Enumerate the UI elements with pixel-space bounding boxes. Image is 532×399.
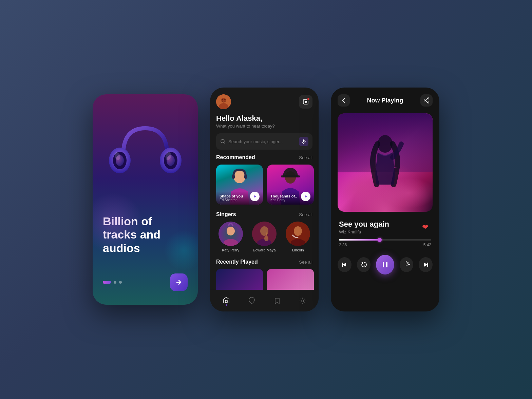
share-button[interactable] [420, 94, 433, 107]
now-playing-header: Now Playing [331, 88, 439, 111]
nav-favorites[interactable] [244, 294, 260, 307]
next-button[interactable] [170, 273, 188, 291]
back-button[interactable] [338, 94, 350, 107]
notification-button[interactable] [299, 95, 312, 109]
recently-played-row [216, 269, 312, 290]
progress-bar[interactable] [339, 239, 431, 241]
home-header [216, 94, 312, 109]
svg-text:10: 10 [363, 264, 365, 266]
greeting-text: Hello Alaska, What you want to hear toda… [216, 114, 312, 129]
svg-marker-39 [343, 263, 346, 267]
progress-fill [339, 239, 380, 241]
svg-rect-40 [342, 263, 343, 267]
singers-row: Katy Perry Edward Maya [216, 222, 312, 252]
progress-times: 2:36 5:42 [339, 243, 431, 247]
dot-active [103, 281, 111, 284]
recently-see-all[interactable]: See all [299, 260, 312, 265]
svg-rect-20 [244, 175, 247, 179]
home-screen: Hello Alaska, What you want to hear toda… [210, 88, 319, 311]
recently-label: Recently Played [216, 259, 258, 265]
now-playing-title: Now Playing [367, 97, 403, 104]
forward-10-button[interactable]: 10 [400, 257, 414, 272]
nav-library[interactable] [269, 294, 285, 307]
recently-card-1[interactable] [216, 269, 263, 290]
rec-card-1[interactable]: Shape of you Ed Sheeran [216, 165, 263, 205]
rec-card-2[interactable]: Thousands of.. Kati Perry [267, 165, 314, 205]
nav-settings[interactable] [295, 294, 310, 307]
svg-text:10: 10 [405, 264, 407, 266]
svg-marker-24 [305, 195, 307, 198]
person-silhouette [365, 134, 405, 195]
svg-rect-16 [303, 139, 305, 142]
svg-rect-14 [305, 101, 307, 103]
user-avatar[interactable] [216, 94, 231, 109]
svg-marker-41 [361, 262, 363, 264]
current-time: 2:36 [339, 243, 347, 247]
pagination-dots [103, 281, 122, 284]
splash-bottom-controls [103, 273, 188, 291]
svg-rect-44 [386, 262, 387, 267]
track-name: See you again [339, 220, 389, 229]
play-pause-button[interactable] [376, 255, 394, 274]
singer-2-avatar [252, 222, 277, 246]
gear-icon [299, 297, 306, 305]
search-input[interactable] [228, 139, 296, 144]
splash-screen: Billion of tracks and audios [93, 94, 198, 305]
singers-see-all[interactable]: See all [299, 212, 312, 217]
prev-button[interactable] [338, 257, 352, 272]
recently-card-2[interactable] [267, 269, 314, 290]
singer-1-name: Katy Perry [222, 248, 239, 252]
total-time: 5:42 [423, 243, 431, 247]
singer-1-avatar [218, 222, 243, 246]
svg-rect-33 [225, 300, 227, 303]
singer-3-name: Lincoln [292, 248, 304, 252]
recently-card-1-bg [216, 269, 263, 290]
progress-thumb [378, 238, 382, 242]
next-button[interactable] [419, 257, 433, 272]
svg-rect-43 [383, 262, 384, 267]
heart-icon [248, 297, 255, 305]
now-playing-screen: Now Playing [331, 88, 439, 311]
singer-2-name: Edward Maya [253, 248, 276, 252]
search-bar[interactable] [216, 133, 312, 150]
singer-1[interactable]: Katy Perry [218, 222, 243, 252]
nav-home[interactable] [218, 293, 234, 308]
svg-rect-19 [232, 175, 235, 179]
svg-point-11 [222, 99, 223, 100]
svg-marker-45 [407, 262, 409, 264]
home-scroll-content: Hello Alaska, What you want to hear toda… [210, 88, 319, 290]
svg-marker-47 [424, 263, 428, 267]
bottom-navigation [210, 290, 319, 311]
greeting-title: Hello Alaska, [216, 114, 312, 123]
track-info: See you again Wiz Khalifa ❤ [331, 214, 439, 236]
rewind-10-button[interactable]: 10 [357, 257, 371, 272]
svg-point-26 [227, 227, 235, 235]
search-icon [220, 139, 226, 144]
singer-3-avatar [286, 222, 310, 246]
mic-button[interactable] [299, 137, 308, 146]
home-icon [223, 296, 230, 304]
favorite-button[interactable]: ❤ [419, 221, 431, 233]
rec-play-btn-1[interactable] [250, 192, 260, 201]
svg-rect-23 [281, 175, 300, 177]
dot-2 [114, 281, 116, 284]
svg-point-32 [294, 226, 302, 236]
album-art [338, 113, 433, 212]
track-details: See you again Wiz Khalifa [339, 220, 389, 234]
svg-point-12 [224, 99, 226, 100]
recently-card-2-bg [267, 269, 314, 290]
progress-section: 2:36 5:42 [331, 236, 439, 249]
headphones-illustration [104, 115, 186, 196]
recommended-see-all[interactable]: See all [299, 155, 312, 160]
singers-label: Singers [216, 211, 236, 217]
greeting-subtitle: What you want to hear today? [216, 124, 312, 129]
svg-rect-48 [427, 263, 428, 267]
rec-play-btn-2[interactable] [301, 192, 310, 201]
track-artist: Wiz Khalifa [339, 229, 389, 234]
recommended-label: Recommended [216, 154, 255, 160]
singer-3[interactable]: Lincoln [286, 222, 310, 252]
singer-2[interactable]: Edward Maya [252, 222, 277, 252]
recently-section-header: Recently Played See all [216, 259, 312, 265]
recommended-cards: Shape of you Ed Sheeran [216, 165, 312, 205]
svg-point-34 [302, 300, 304, 302]
